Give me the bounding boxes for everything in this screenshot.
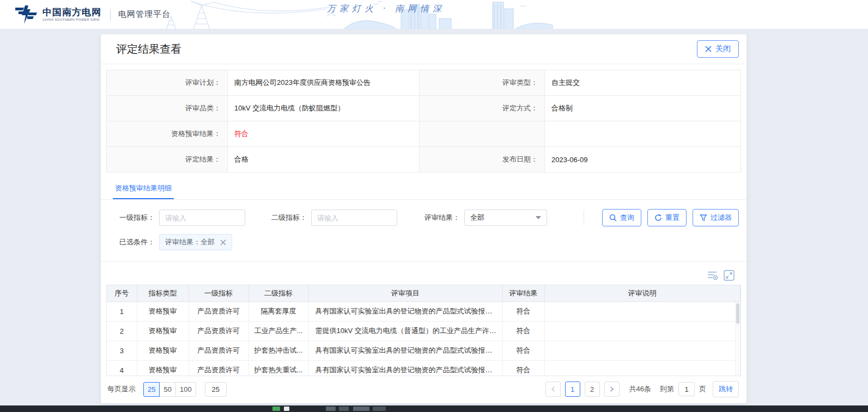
cell-review-note — [544, 360, 740, 376]
table-row[interactable]: 3 资格预审 产品资质许可 护套热冲击试... 具有国家认可实验室出具的登记物资… — [107, 341, 740, 360]
table-row[interactable]: 1 资格预审 产品资质许可 隔离套厚度 具有国家认可实验室出具的登记物资的产品型… — [107, 302, 740, 321]
table-row[interactable]: 4 资格预审 产品资质许可 护套热失重试... 具有国家认可实验室出具的登记物资… — [107, 360, 740, 376]
cell-seq: 4 — [107, 360, 137, 376]
cell-level1: 产品资质许可 — [189, 302, 248, 321]
actions-divider — [584, 210, 584, 225]
banner-slogan: 万家灯火 · 南网情深 — [327, 3, 445, 15]
cell-level2: 工业产品生产... — [248, 321, 308, 341]
info-value-review-category: 10kV 交流电力电缆（防蚁阻燃型） — [228, 96, 420, 121]
review-result-selected-value: 全部 — [470, 213, 484, 223]
col-header-indicator-type: 指标类型 — [137, 285, 189, 302]
selected-condition-chip[interactable]: 评审结果：全部 — [159, 234, 232, 250]
prev-page-button[interactable] — [545, 382, 561, 397]
close-button-label: 关闭 — [715, 44, 731, 54]
info-label: 评定结果： — [107, 147, 228, 173]
scrollbar-thumb[interactable] — [736, 303, 739, 324]
cell-indicator-type: 资格预审 — [137, 321, 189, 341]
header-divider — [110, 9, 111, 21]
next-page-button[interactable] — [604, 382, 620, 397]
pagination-bar: 每页显示 25 50 100 1 2 共46条 到第 页 跳转 — [107, 381, 739, 397]
info-label-empty — [420, 121, 545, 147]
cell-level1: 产品资质许可 — [189, 360, 248, 376]
cell-level1: 产品资质许可 — [189, 341, 248, 360]
info-value-review-type: 自主提交 — [545, 70, 741, 96]
taskbar-segment — [373, 407, 386, 411]
cell-seq: 3 — [107, 341, 137, 360]
platform-name: 电网管理平台 — [118, 9, 171, 20]
cell-level1: 产品资质许可 — [189, 321, 248, 341]
query-button[interactable]: 查询 — [602, 209, 641, 226]
cell-review-note — [544, 321, 740, 341]
logo-text-cn: 中国南方电网 — [43, 8, 101, 17]
page-size-input[interactable] — [205, 382, 227, 397]
cell-review-result: 符合 — [502, 302, 544, 321]
reset-button[interactable]: 重置 — [647, 209, 687, 226]
info-label: 评审品类： — [107, 96, 228, 121]
result-table: 序号 指标类型 一级指标 二级指标 评审项目 评审结果 评审说明 1 资格预审 … — [107, 285, 740, 376]
cell-review-note — [544, 341, 740, 360]
cell-indicator-type: 资格预审 — [137, 341, 189, 360]
chevron-down-icon — [536, 216, 541, 219]
level2-indicator-input[interactable] — [311, 210, 397, 226]
cell-review-result: 符合 — [502, 321, 544, 341]
table-row[interactable]: 2 资格预审 产品资质许可 工业产品生产... 需提供10kV 交流电力电缆（普… — [107, 321, 740, 341]
fullscreen-icon[interactable] — [724, 270, 735, 281]
chip-remove-icon[interactable] — [220, 239, 226, 245]
level2-indicator-label: 二级指标： — [271, 213, 307, 223]
table-scrollbar[interactable] — [735, 302, 740, 375]
level1-indicator-input[interactable] — [159, 210, 245, 226]
cell-indicator-type: 资格预审 — [137, 302, 189, 321]
col-header-review-note: 评审说明 — [544, 285, 740, 302]
goto-page-input[interactable] — [678, 382, 695, 396]
page-size-100[interactable]: 100 — [175, 382, 196, 397]
info-label: 资格预审结果： — [107, 121, 228, 147]
filter-button[interactable]: 过滤器 — [693, 209, 739, 226]
modal-header: 评定结果查看 关闭 — [101, 34, 746, 64]
info-value-prequal-result: 符合 — [228, 121, 420, 147]
assessment-result-modal: 评定结果查看 关闭 评审计划： 南方电网公司2023年度供应商资格预审公告 评审… — [101, 34, 746, 403]
taskbar-segment — [272, 407, 280, 411]
close-icon — [705, 46, 712, 52]
info-label: 评定方式： — [420, 96, 545, 121]
funnel-icon — [700, 214, 707, 222]
page-size-25[interactable]: 25 — [143, 382, 160, 397]
refresh-icon — [654, 214, 662, 222]
modal-title: 评定结果查看 — [116, 42, 181, 57]
page-size-50[interactable]: 50 — [159, 382, 175, 397]
cell-review-result: 符合 — [502, 360, 544, 376]
info-label: 发布日期： — [420, 147, 545, 173]
col-header-level2: 二级指标 — [248, 285, 308, 302]
page-button-2[interactable]: 2 — [585, 382, 600, 397]
page-button-1[interactable]: 1 — [565, 382, 580, 397]
cell-seq: 2 — [107, 321, 137, 341]
info-value-review-plan: 南方电网公司2023年度供应商资格预审公告 — [228, 70, 420, 96]
tab-prequal-result-detail[interactable]: 资格预审结果明细 — [113, 178, 174, 199]
chip-label: 评审结果：全部 — [165, 237, 215, 247]
cell-review-item: 需提供10kV 交流电力电缆（普通型）的工业产品生产许可... — [308, 321, 502, 341]
filter-button-label: 过滤器 — [711, 213, 732, 223]
selected-conditions-row: 已选条件： 评审结果：全部 — [119, 234, 739, 250]
level1-indicator-label: 一级指标： — [119, 213, 155, 223]
total-count-label: 共46条 — [629, 384, 651, 394]
info-value-empty — [545, 121, 741, 147]
taskbar-segment — [353, 407, 369, 411]
query-button-label: 查询 — [620, 213, 634, 223]
selected-conditions-label: 已选条件： — [119, 237, 155, 247]
jump-button[interactable]: 跳转 — [713, 381, 739, 397]
csg-logo: 中国南方电网 CHINA SOUTHERN POWER GRID — [15, 5, 101, 24]
cell-review-item: 具有国家认可实验室出具的登记物资的产品型式试验报告，... — [308, 302, 502, 321]
taskbar-segment — [339, 407, 349, 411]
csg-logo-icon — [15, 5, 37, 24]
close-button[interactable]: 关闭 — [697, 40, 739, 58]
result-table-container: 序号 指标类型 一级指标 二级指标 评审项目 评审结果 评审说明 1 资格预审 … — [106, 285, 741, 376]
column-settings-icon[interactable] — [707, 270, 718, 280]
app-header: 万家灯火 · 南网情深 中国南方电网 CHINA SOUTHERN POWER … — [0, 0, 868, 29]
goto-prefix-label: 到第 — [660, 384, 674, 394]
chevron-right-icon — [610, 386, 614, 392]
col-header-review-result: 评审结果 — [502, 285, 544, 302]
info-label: 评审计划： — [107, 70, 228, 96]
per-page-label: 每页显示 — [107, 384, 136, 394]
table-header-row: 序号 指标类型 一级指标 二级指标 评审项目 评审结果 评审说明 — [107, 285, 740, 302]
review-result-select[interactable]: 全部 — [464, 210, 547, 226]
info-value-assess-method: 合格制 — [545, 96, 741, 121]
